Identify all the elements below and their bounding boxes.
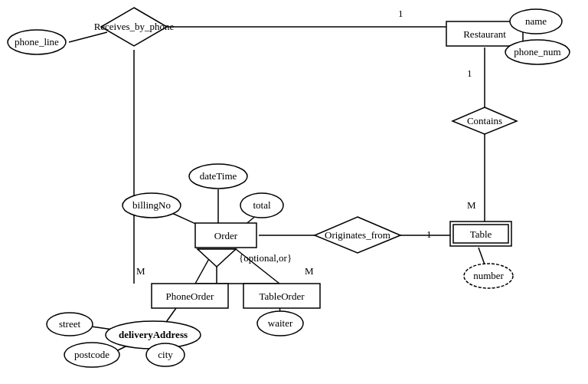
waiter-label: waiter [268, 317, 293, 329]
datetime-label: dateTime [200, 170, 237, 182]
relationship-contains: Contains [452, 107, 517, 134]
table-order-label: TableOrder [259, 290, 305, 302]
phone-order-label: PhoneOrder [166, 290, 214, 302]
attribute-billingno: billingNo [122, 193, 181, 218]
optional-or-label: {optional,or} [239, 252, 292, 264]
attribute-postcode: postcode [64, 343, 119, 367]
postcode-label: postcode [74, 349, 109, 360]
relationship-originates-from: Originates_from [315, 217, 400, 253]
receives-by-phone-label: Receives_by_phone [94, 21, 175, 32]
table-label: Table [470, 228, 492, 240]
attribute-name: name [510, 9, 562, 34]
entity-table: Table [450, 222, 511, 246]
originates-from-label: Originates_from [325, 229, 390, 241]
entity-phone-order: PhoneOrder [152, 284, 228, 308]
cardinality-m-phoneorder: M [136, 265, 145, 277]
attribute-total: total [240, 193, 283, 218]
attribute-delivery-address: deliveryAddress [106, 321, 201, 349]
restaurant-label: Restaurant [463, 28, 506, 40]
number-label: number [473, 270, 504, 281]
cardinality-1-contains: 1 [467, 67, 472, 79]
entity-order: Order [195, 223, 256, 248]
cardinality-1-originates: 1 [426, 228, 432, 240]
relationship-receives-by-phone: Receives_by_phone [94, 8, 175, 46]
attribute-number: number [464, 264, 513, 288]
cardinality-m-tableorder: M [305, 265, 314, 277]
isa-triangle [198, 249, 236, 267]
attribute-street: street [47, 313, 93, 336]
er-diagram: Receives_by_phone Restaurant name phone_… [0, 0, 588, 384]
attribute-phone-line: phone_line [8, 30, 66, 54]
delivery-address-label: deliveryAddress [119, 329, 188, 340]
attribute-waiter: waiter [257, 311, 303, 336]
phone-num-label: phone_num [514, 46, 560, 57]
total-label: total [253, 199, 270, 211]
name-label: name [525, 15, 547, 27]
billingno-label: billingNo [132, 199, 171, 211]
attribute-city: city [146, 343, 185, 366]
line-table-to-number [479, 248, 485, 264]
attribute-datetime: dateTime [189, 164, 247, 189]
entity-table-order: TableOrder [243, 284, 320, 308]
phone-line-label: phone_line [15, 36, 59, 48]
attribute-phone-num: phone_num [505, 40, 570, 64]
cardinality-1-restaurant: 1 [398, 8, 403, 19]
line-phone-line-to-receives [69, 32, 107, 42]
city-label: city [158, 349, 173, 360]
contains-label: Contains [467, 115, 502, 126]
street-label: street [59, 318, 81, 330]
order-label: Order [214, 230, 238, 241]
cardinality-m-table: M [467, 199, 476, 211]
